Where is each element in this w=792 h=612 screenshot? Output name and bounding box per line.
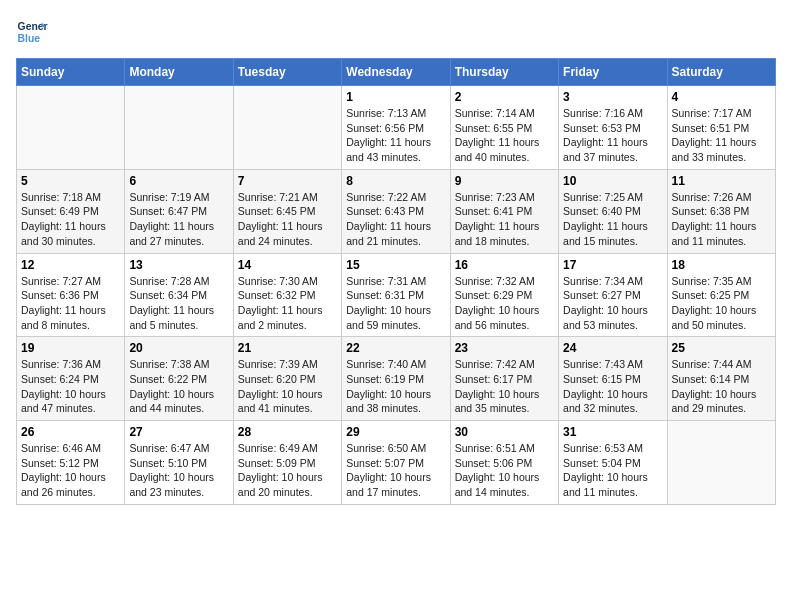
day-number: 10 bbox=[563, 174, 662, 188]
week-row-2: 12Sunrise: 7:27 AM Sunset: 6:36 PM Dayli… bbox=[17, 253, 776, 337]
header-tuesday: Tuesday bbox=[233, 59, 341, 86]
day-info: Sunrise: 7:19 AM Sunset: 6:47 PM Dayligh… bbox=[129, 190, 228, 249]
calendar-body: 1Sunrise: 7:13 AM Sunset: 6:56 PM Daylig… bbox=[17, 86, 776, 505]
logo-icon: General Blue bbox=[16, 16, 48, 48]
day-info: Sunrise: 6:49 AM Sunset: 5:09 PM Dayligh… bbox=[238, 441, 337, 500]
day-cell: 8Sunrise: 7:22 AM Sunset: 6:43 PM Daylig… bbox=[342, 169, 450, 253]
day-number: 24 bbox=[563, 341, 662, 355]
day-cell: 11Sunrise: 7:26 AM Sunset: 6:38 PM Dayli… bbox=[667, 169, 775, 253]
day-cell: 24Sunrise: 7:43 AM Sunset: 6:15 PM Dayli… bbox=[559, 337, 667, 421]
day-cell: 26Sunrise: 6:46 AM Sunset: 5:12 PM Dayli… bbox=[17, 421, 125, 505]
logo: General Blue bbox=[16, 16, 48, 48]
day-info: Sunrise: 7:42 AM Sunset: 6:17 PM Dayligh… bbox=[455, 357, 554, 416]
day-cell: 2Sunrise: 7:14 AM Sunset: 6:55 PM Daylig… bbox=[450, 86, 558, 170]
day-info: Sunrise: 7:27 AM Sunset: 6:36 PM Dayligh… bbox=[21, 274, 120, 333]
day-number: 27 bbox=[129, 425, 228, 439]
day-cell: 27Sunrise: 6:47 AM Sunset: 5:10 PM Dayli… bbox=[125, 421, 233, 505]
day-cell: 9Sunrise: 7:23 AM Sunset: 6:41 PM Daylig… bbox=[450, 169, 558, 253]
day-cell: 17Sunrise: 7:34 AM Sunset: 6:27 PM Dayli… bbox=[559, 253, 667, 337]
day-number: 2 bbox=[455, 90, 554, 104]
day-info: Sunrise: 7:25 AM Sunset: 6:40 PM Dayligh… bbox=[563, 190, 662, 249]
day-cell: 23Sunrise: 7:42 AM Sunset: 6:17 PM Dayli… bbox=[450, 337, 558, 421]
day-number: 7 bbox=[238, 174, 337, 188]
day-info: Sunrise: 7:35 AM Sunset: 6:25 PM Dayligh… bbox=[672, 274, 771, 333]
header-row: SundayMondayTuesdayWednesdayThursdayFrid… bbox=[17, 59, 776, 86]
day-number: 21 bbox=[238, 341, 337, 355]
week-row-4: 26Sunrise: 6:46 AM Sunset: 5:12 PM Dayli… bbox=[17, 421, 776, 505]
day-cell: 21Sunrise: 7:39 AM Sunset: 6:20 PM Dayli… bbox=[233, 337, 341, 421]
day-number: 11 bbox=[672, 174, 771, 188]
day-info: Sunrise: 7:36 AM Sunset: 6:24 PM Dayligh… bbox=[21, 357, 120, 416]
day-info: Sunrise: 7:14 AM Sunset: 6:55 PM Dayligh… bbox=[455, 106, 554, 165]
day-info: Sunrise: 7:23 AM Sunset: 6:41 PM Dayligh… bbox=[455, 190, 554, 249]
day-number: 28 bbox=[238, 425, 337, 439]
day-number: 3 bbox=[563, 90, 662, 104]
day-cell: 31Sunrise: 6:53 AM Sunset: 5:04 PM Dayli… bbox=[559, 421, 667, 505]
day-info: Sunrise: 6:47 AM Sunset: 5:10 PM Dayligh… bbox=[129, 441, 228, 500]
day-info: Sunrise: 6:46 AM Sunset: 5:12 PM Dayligh… bbox=[21, 441, 120, 500]
day-cell: 1Sunrise: 7:13 AM Sunset: 6:56 PM Daylig… bbox=[342, 86, 450, 170]
day-number: 31 bbox=[563, 425, 662, 439]
day-number: 17 bbox=[563, 258, 662, 272]
day-cell: 30Sunrise: 6:51 AM Sunset: 5:06 PM Dayli… bbox=[450, 421, 558, 505]
day-number: 6 bbox=[129, 174, 228, 188]
day-number: 12 bbox=[21, 258, 120, 272]
calendar-table: SundayMondayTuesdayWednesdayThursdayFrid… bbox=[16, 58, 776, 505]
day-number: 8 bbox=[346, 174, 445, 188]
day-number: 1 bbox=[346, 90, 445, 104]
day-cell: 19Sunrise: 7:36 AM Sunset: 6:24 PM Dayli… bbox=[17, 337, 125, 421]
day-number: 19 bbox=[21, 341, 120, 355]
day-info: Sunrise: 7:38 AM Sunset: 6:22 PM Dayligh… bbox=[129, 357, 228, 416]
day-number: 15 bbox=[346, 258, 445, 272]
day-number: 9 bbox=[455, 174, 554, 188]
day-info: Sunrise: 6:50 AM Sunset: 5:07 PM Dayligh… bbox=[346, 441, 445, 500]
day-info: Sunrise: 7:44 AM Sunset: 6:14 PM Dayligh… bbox=[672, 357, 771, 416]
day-number: 23 bbox=[455, 341, 554, 355]
day-cell: 13Sunrise: 7:28 AM Sunset: 6:34 PM Dayli… bbox=[125, 253, 233, 337]
day-info: Sunrise: 7:34 AM Sunset: 6:27 PM Dayligh… bbox=[563, 274, 662, 333]
day-cell: 16Sunrise: 7:32 AM Sunset: 6:29 PM Dayli… bbox=[450, 253, 558, 337]
day-cell: 15Sunrise: 7:31 AM Sunset: 6:31 PM Dayli… bbox=[342, 253, 450, 337]
day-info: Sunrise: 7:13 AM Sunset: 6:56 PM Dayligh… bbox=[346, 106, 445, 165]
week-row-1: 5Sunrise: 7:18 AM Sunset: 6:49 PM Daylig… bbox=[17, 169, 776, 253]
header-thursday: Thursday bbox=[450, 59, 558, 86]
day-info: Sunrise: 7:28 AM Sunset: 6:34 PM Dayligh… bbox=[129, 274, 228, 333]
header-sunday: Sunday bbox=[17, 59, 125, 86]
day-cell: 10Sunrise: 7:25 AM Sunset: 6:40 PM Dayli… bbox=[559, 169, 667, 253]
day-number: 20 bbox=[129, 341, 228, 355]
day-info: Sunrise: 7:26 AM Sunset: 6:38 PM Dayligh… bbox=[672, 190, 771, 249]
day-info: Sunrise: 7:17 AM Sunset: 6:51 PM Dayligh… bbox=[672, 106, 771, 165]
day-cell bbox=[125, 86, 233, 170]
header-wednesday: Wednesday bbox=[342, 59, 450, 86]
day-number: 26 bbox=[21, 425, 120, 439]
day-info: Sunrise: 7:39 AM Sunset: 6:20 PM Dayligh… bbox=[238, 357, 337, 416]
day-number: 29 bbox=[346, 425, 445, 439]
day-cell bbox=[17, 86, 125, 170]
day-number: 18 bbox=[672, 258, 771, 272]
day-cell: 20Sunrise: 7:38 AM Sunset: 6:22 PM Dayli… bbox=[125, 337, 233, 421]
day-info: Sunrise: 7:30 AM Sunset: 6:32 PM Dayligh… bbox=[238, 274, 337, 333]
day-cell: 5Sunrise: 7:18 AM Sunset: 6:49 PM Daylig… bbox=[17, 169, 125, 253]
day-number: 25 bbox=[672, 341, 771, 355]
day-number: 5 bbox=[21, 174, 120, 188]
day-info: Sunrise: 7:16 AM Sunset: 6:53 PM Dayligh… bbox=[563, 106, 662, 165]
day-number: 4 bbox=[672, 90, 771, 104]
day-number: 14 bbox=[238, 258, 337, 272]
week-row-0: 1Sunrise: 7:13 AM Sunset: 6:56 PM Daylig… bbox=[17, 86, 776, 170]
day-cell: 25Sunrise: 7:44 AM Sunset: 6:14 PM Dayli… bbox=[667, 337, 775, 421]
day-info: Sunrise: 7:22 AM Sunset: 6:43 PM Dayligh… bbox=[346, 190, 445, 249]
week-row-3: 19Sunrise: 7:36 AM Sunset: 6:24 PM Dayli… bbox=[17, 337, 776, 421]
page-header: General Blue bbox=[16, 16, 776, 48]
header-friday: Friday bbox=[559, 59, 667, 86]
header-monday: Monday bbox=[125, 59, 233, 86]
day-info: Sunrise: 7:31 AM Sunset: 6:31 PM Dayligh… bbox=[346, 274, 445, 333]
day-cell bbox=[667, 421, 775, 505]
day-number: 22 bbox=[346, 341, 445, 355]
day-cell: 3Sunrise: 7:16 AM Sunset: 6:53 PM Daylig… bbox=[559, 86, 667, 170]
day-cell: 7Sunrise: 7:21 AM Sunset: 6:45 PM Daylig… bbox=[233, 169, 341, 253]
day-info: Sunrise: 7:21 AM Sunset: 6:45 PM Dayligh… bbox=[238, 190, 337, 249]
day-cell: 4Sunrise: 7:17 AM Sunset: 6:51 PM Daylig… bbox=[667, 86, 775, 170]
day-cell bbox=[233, 86, 341, 170]
day-number: 16 bbox=[455, 258, 554, 272]
day-cell: 22Sunrise: 7:40 AM Sunset: 6:19 PM Dayli… bbox=[342, 337, 450, 421]
